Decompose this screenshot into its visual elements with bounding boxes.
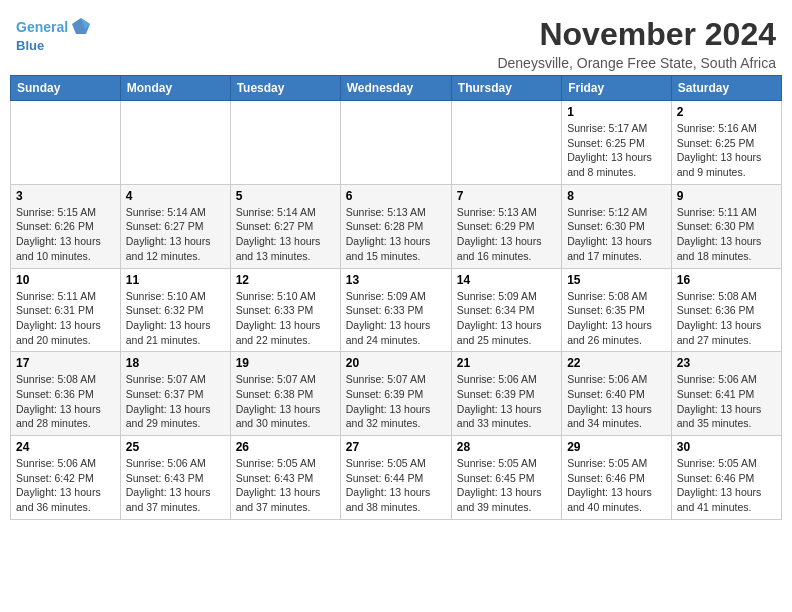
title-block: November 2024 Deneysville, Orange Free S… xyxy=(497,16,776,71)
calendar-week-row: 1Sunrise: 5:17 AM Sunset: 6:25 PM Daylig… xyxy=(11,101,782,185)
logo-text: General xyxy=(16,19,68,36)
day-number: 2 xyxy=(677,105,776,119)
day-info: Sunrise: 5:14 AM Sunset: 6:27 PM Dayligh… xyxy=(236,205,335,264)
weekday-header: Sunday xyxy=(11,76,121,101)
day-info: Sunrise: 5:09 AM Sunset: 6:33 PM Dayligh… xyxy=(346,289,446,348)
day-number: 20 xyxy=(346,356,446,370)
calendar-cell: 21Sunrise: 5:06 AM Sunset: 6:39 PM Dayli… xyxy=(451,352,561,436)
logo: General Blue xyxy=(16,16,92,54)
day-number: 7 xyxy=(457,189,556,203)
day-info: Sunrise: 5:08 AM Sunset: 6:36 PM Dayligh… xyxy=(16,372,115,431)
day-number: 3 xyxy=(16,189,115,203)
day-number: 4 xyxy=(126,189,225,203)
day-number: 23 xyxy=(677,356,776,370)
day-info: Sunrise: 5:09 AM Sunset: 6:34 PM Dayligh… xyxy=(457,289,556,348)
day-number: 15 xyxy=(567,273,666,287)
calendar-cell: 3Sunrise: 5:15 AM Sunset: 6:26 PM Daylig… xyxy=(11,184,121,268)
day-number: 16 xyxy=(677,273,776,287)
calendar-cell: 17Sunrise: 5:08 AM Sunset: 6:36 PM Dayli… xyxy=(11,352,121,436)
calendar-cell: 24Sunrise: 5:06 AM Sunset: 6:42 PM Dayli… xyxy=(11,436,121,520)
day-number: 24 xyxy=(16,440,115,454)
day-number: 14 xyxy=(457,273,556,287)
calendar-cell: 18Sunrise: 5:07 AM Sunset: 6:37 PM Dayli… xyxy=(120,352,230,436)
day-info: Sunrise: 5:07 AM Sunset: 6:38 PM Dayligh… xyxy=(236,372,335,431)
day-number: 10 xyxy=(16,273,115,287)
day-info: Sunrise: 5:17 AM Sunset: 6:25 PM Dayligh… xyxy=(567,121,666,180)
day-info: Sunrise: 5:08 AM Sunset: 6:35 PM Dayligh… xyxy=(567,289,666,348)
day-info: Sunrise: 5:16 AM Sunset: 6:25 PM Dayligh… xyxy=(677,121,776,180)
calendar-cell xyxy=(120,101,230,185)
day-number: 13 xyxy=(346,273,446,287)
day-info: Sunrise: 5:05 AM Sunset: 6:43 PM Dayligh… xyxy=(236,456,335,515)
calendar-week-row: 10Sunrise: 5:11 AM Sunset: 6:31 PM Dayli… xyxy=(11,268,782,352)
calendar-cell: 26Sunrise: 5:05 AM Sunset: 6:43 PM Dayli… xyxy=(230,436,340,520)
calendar-header: SundayMondayTuesdayWednesdayThursdayFrid… xyxy=(11,76,782,101)
logo-icon xyxy=(70,16,92,38)
calendar-cell: 22Sunrise: 5:06 AM Sunset: 6:40 PM Dayli… xyxy=(562,352,672,436)
day-info: Sunrise: 5:05 AM Sunset: 6:44 PM Dayligh… xyxy=(346,456,446,515)
weekday-header: Thursday xyxy=(451,76,561,101)
day-info: Sunrise: 5:05 AM Sunset: 6:45 PM Dayligh… xyxy=(457,456,556,515)
calendar-cell xyxy=(11,101,121,185)
calendar-cell: 7Sunrise: 5:13 AM Sunset: 6:29 PM Daylig… xyxy=(451,184,561,268)
month-title: November 2024 xyxy=(497,16,776,53)
weekday-header: Wednesday xyxy=(340,76,451,101)
weekday-header: Friday xyxy=(562,76,672,101)
calendar-week-row: 3Sunrise: 5:15 AM Sunset: 6:26 PM Daylig… xyxy=(11,184,782,268)
calendar-cell: 6Sunrise: 5:13 AM Sunset: 6:28 PM Daylig… xyxy=(340,184,451,268)
day-info: Sunrise: 5:13 AM Sunset: 6:28 PM Dayligh… xyxy=(346,205,446,264)
day-info: Sunrise: 5:10 AM Sunset: 6:33 PM Dayligh… xyxy=(236,289,335,348)
day-number: 9 xyxy=(677,189,776,203)
calendar-cell: 25Sunrise: 5:06 AM Sunset: 6:43 PM Dayli… xyxy=(120,436,230,520)
weekday-header: Tuesday xyxy=(230,76,340,101)
day-number: 21 xyxy=(457,356,556,370)
calendar-cell: 28Sunrise: 5:05 AM Sunset: 6:45 PM Dayli… xyxy=(451,436,561,520)
calendar-cell: 10Sunrise: 5:11 AM Sunset: 6:31 PM Dayli… xyxy=(11,268,121,352)
day-number: 25 xyxy=(126,440,225,454)
day-number: 22 xyxy=(567,356,666,370)
weekday-header: Saturday xyxy=(671,76,781,101)
day-number: 30 xyxy=(677,440,776,454)
day-info: Sunrise: 5:05 AM Sunset: 6:46 PM Dayligh… xyxy=(567,456,666,515)
calendar-cell: 9Sunrise: 5:11 AM Sunset: 6:30 PM Daylig… xyxy=(671,184,781,268)
day-number: 17 xyxy=(16,356,115,370)
logo-blue: Blue xyxy=(16,38,92,54)
calendar-cell: 1Sunrise: 5:17 AM Sunset: 6:25 PM Daylig… xyxy=(562,101,672,185)
day-number: 6 xyxy=(346,189,446,203)
day-info: Sunrise: 5:14 AM Sunset: 6:27 PM Dayligh… xyxy=(126,205,225,264)
calendar-cell: 20Sunrise: 5:07 AM Sunset: 6:39 PM Dayli… xyxy=(340,352,451,436)
page-header: General Blue November 2024 Deneysville, … xyxy=(10,10,782,71)
day-info: Sunrise: 5:07 AM Sunset: 6:37 PM Dayligh… xyxy=(126,372,225,431)
day-info: Sunrise: 5:06 AM Sunset: 6:40 PM Dayligh… xyxy=(567,372,666,431)
calendar-week-row: 24Sunrise: 5:06 AM Sunset: 6:42 PM Dayli… xyxy=(11,436,782,520)
day-info: Sunrise: 5:08 AM Sunset: 6:36 PM Dayligh… xyxy=(677,289,776,348)
day-number: 18 xyxy=(126,356,225,370)
day-info: Sunrise: 5:06 AM Sunset: 6:39 PM Dayligh… xyxy=(457,372,556,431)
day-number: 26 xyxy=(236,440,335,454)
calendar-cell: 5Sunrise: 5:14 AM Sunset: 6:27 PM Daylig… xyxy=(230,184,340,268)
day-number: 28 xyxy=(457,440,556,454)
day-info: Sunrise: 5:15 AM Sunset: 6:26 PM Dayligh… xyxy=(16,205,115,264)
day-number: 8 xyxy=(567,189,666,203)
calendar-cell xyxy=(451,101,561,185)
day-number: 29 xyxy=(567,440,666,454)
day-info: Sunrise: 5:13 AM Sunset: 6:29 PM Dayligh… xyxy=(457,205,556,264)
day-number: 27 xyxy=(346,440,446,454)
calendar-week-row: 17Sunrise: 5:08 AM Sunset: 6:36 PM Dayli… xyxy=(11,352,782,436)
location-subtitle: Deneysville, Orange Free State, South Af… xyxy=(497,55,776,71)
day-number: 12 xyxy=(236,273,335,287)
day-info: Sunrise: 5:05 AM Sunset: 6:46 PM Dayligh… xyxy=(677,456,776,515)
calendar-cell: 16Sunrise: 5:08 AM Sunset: 6:36 PM Dayli… xyxy=(671,268,781,352)
day-number: 1 xyxy=(567,105,666,119)
calendar-cell: 8Sunrise: 5:12 AM Sunset: 6:30 PM Daylig… xyxy=(562,184,672,268)
calendar-cell: 15Sunrise: 5:08 AM Sunset: 6:35 PM Dayli… xyxy=(562,268,672,352)
calendar-cell: 19Sunrise: 5:07 AM Sunset: 6:38 PM Dayli… xyxy=(230,352,340,436)
day-number: 19 xyxy=(236,356,335,370)
day-info: Sunrise: 5:12 AM Sunset: 6:30 PM Dayligh… xyxy=(567,205,666,264)
weekday-header: Monday xyxy=(120,76,230,101)
day-info: Sunrise: 5:11 AM Sunset: 6:31 PM Dayligh… xyxy=(16,289,115,348)
day-info: Sunrise: 5:11 AM Sunset: 6:30 PM Dayligh… xyxy=(677,205,776,264)
calendar-cell: 12Sunrise: 5:10 AM Sunset: 6:33 PM Dayli… xyxy=(230,268,340,352)
calendar-table: SundayMondayTuesdayWednesdayThursdayFrid… xyxy=(10,75,782,520)
calendar-cell: 14Sunrise: 5:09 AM Sunset: 6:34 PM Dayli… xyxy=(451,268,561,352)
